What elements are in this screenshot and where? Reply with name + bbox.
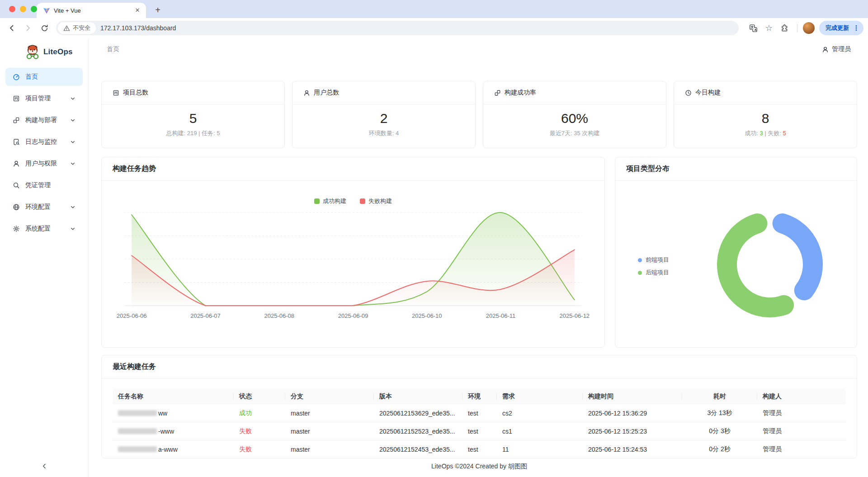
stat-subtitle: 最近7天: 35 次构建 [483,129,666,137]
site-security-chip[interactable]: 不安全 [58,22,96,34]
legend-marker-fail [360,198,365,204]
translate-icon[interactable] [746,21,761,35]
stat-subtitle: 成功: 3 | 失败: 5 [674,129,857,137]
bookmark-star-icon[interactable]: ☆ [765,24,773,32]
sidebar-item-logs-monitoring[interactable]: 日志与监控 [5,133,83,151]
security-label: 不安全 [73,24,90,32]
user-icon [13,160,20,167]
column-header: 耗时 [682,389,757,404]
legend-item-backend[interactable]: 后端项目 [638,269,669,277]
warning-icon [63,25,70,32]
build-time: 2025-06-12 15:25:23 [583,422,682,440]
sidebar-item-label: 凭证管理 [25,181,76,189]
project-type-card: 项目类型分布 前端项目 后端项目 [615,157,857,348]
chevron-down-icon [69,204,76,210]
macos-zoom-button[interactable] [31,6,37,12]
table-row: -www 失败 master 20250612152523_ede35... t… [113,422,846,440]
stat-value: 2 [292,111,475,126]
chevron-down-icon [69,161,76,167]
chrome-update-button[interactable]: 完成更新 [819,21,863,35]
legend-marker-success [314,198,320,204]
reload-button[interactable] [37,21,52,35]
macos-close-button[interactable] [9,6,15,12]
environment: test [462,440,497,458]
legend-item-fail[interactable]: 失败构建 [360,197,392,205]
x-axis-label: 2025-06-11 [486,312,516,319]
legend-item-success[interactable]: 成功构建 [314,197,346,205]
chevron-down-icon [69,117,76,123]
x-axis-label: 2025-06-08 [264,312,294,319]
update-label: 完成更新 [826,24,849,32]
extensions-icon[interactable] [777,21,792,35]
trend-line-chart: 2025-06-062025-06-072025-06-082025-06-09… [102,181,604,348]
environment: test [462,422,497,440]
column-header: 任务名称 [113,389,234,404]
status-badge: 失败 [234,440,285,458]
legend-dot-frontend [638,258,642,262]
chart-title: 项目类型分布 [615,157,857,181]
trend-legend: 成功构建 失败构建 [102,197,604,205]
x-axis-label: 2025-06-07 [190,312,221,319]
sidebar-item-system-settings[interactable]: 系统配置 [5,220,83,238]
sidebar-item-build-deploy[interactable]: 构建与部署 [5,111,83,129]
tab-close-icon[interactable]: ✕ [133,6,142,14]
browser-tab[interactable]: Vite + Vue ✕ [37,3,146,18]
legend-label: 前端项目 [646,256,669,264]
chevron-down-icon [69,95,76,102]
recent-builds-table: 任务名称 状态 分支 版本 环境 需求 构建时间 耗时 构建人 ww 成功 ma… [102,379,857,458]
vite-logo-icon [43,7,50,14]
sidebar-item-projects[interactable]: 项目管理 [5,90,83,108]
settings-icon [13,225,20,232]
x-axis-label: 2025-06-06 [117,312,147,319]
table-row: ww 成功 master 20250612153629_ede35... tes… [113,404,846,422]
legend-label: 成功构建 [323,197,346,205]
requirement: 11 [497,440,583,458]
environment: test [462,404,497,422]
project-icon [13,95,20,102]
dashboard-icon [13,73,20,80]
macos-minimize-button[interactable] [20,6,26,12]
stat-card-build-success-rate: 构建成功率 60% 最近7天: 35 次构建 [483,81,666,148]
legend-item-frontend[interactable]: 前端项目 [638,256,669,264]
stat-title: 项目总数 [123,89,148,97]
address-bar[interactable]: 不安全 172.17.103.173/dashboard [56,21,739,35]
environment-icon [13,203,20,211]
sidebar-item-users-permissions[interactable]: 用户与权限 [5,155,83,173]
task-name: -www [113,422,234,440]
sidebar-item-credentials[interactable]: 凭证管理 [5,176,83,194]
branch: master [285,404,374,422]
back-button[interactable] [5,21,19,35]
liteops-panda-logo-icon [24,44,41,60]
new-tab-button[interactable]: + [151,4,164,16]
sidebar-item-label: 日志与监控 [25,138,64,146]
column-header: 构建人 [757,389,846,404]
forward-button[interactable] [21,21,35,35]
sidebar-item-label: 用户与权限 [25,160,64,168]
status-badge: 失败 [234,422,285,440]
column-header: 分支 [285,389,374,404]
user-menu[interactable]: 管理员 [822,45,851,53]
breadcrumb[interactable]: 首页 [107,45,119,53]
task-name: a-www [113,440,234,458]
user-name: 管理员 [832,45,851,53]
menu-dots-icon[interactable] [853,24,860,32]
clock-icon [685,90,692,96]
profile-avatar[interactable] [803,22,815,34]
brand-logo[interactable]: LiteOps [0,38,88,64]
builder: 管理员 [757,422,846,440]
stat-card-total-projects: 项目总数 5 总构建: 219 | 任务: 5 [101,81,285,148]
branch: master [285,422,374,440]
sidebar-item-label: 环境配置 [25,203,64,211]
build-trend-card: 构建任务趋势 成功构建 失败构建 2025-06-062025-06-07202… [101,157,605,348]
donut-legend: 前端项目 后端项目 [638,256,669,277]
legend-label: 失败构建 [368,197,392,205]
stat-title: 用户总数 [314,89,339,97]
table-title: 最近构建任务 [102,355,857,379]
sidebar-item-home[interactable]: 首页 [5,68,83,86]
stat-value: 60% [483,111,666,126]
stat-card-todays-builds: 今日构建 8 成功: 3 | 失败: 5 [674,81,857,148]
sidebar-collapse-button[interactable] [40,462,49,471]
sidebar-item-environment[interactable]: 环境配置 [5,198,83,216]
redacted-text [118,446,157,452]
builder: 管理员 [757,404,846,422]
